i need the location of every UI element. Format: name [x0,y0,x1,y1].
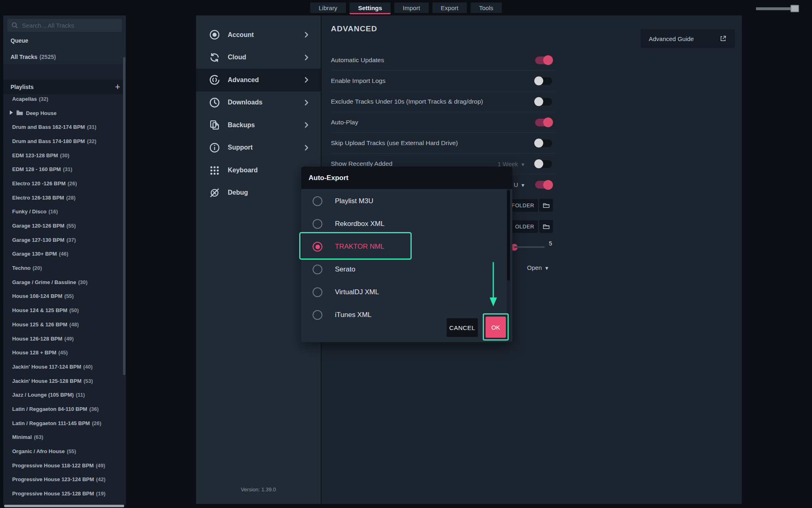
playlist-count: (30) [78,279,88,285]
playlist-item[interactable]: Progressive House 118-122 BPM(49) [3,458,126,473]
toggle-off[interactable] [535,77,552,85]
export-format-option[interactable]: VirtualDJ XML [301,281,512,304]
playlist-item[interactable]: Progressive House 125-128 BPM(19) [3,486,126,501]
playlist-name: House 124 & 125 BPM [12,307,67,313]
radio-button[interactable] [313,242,322,252]
zoom-slider-track[interactable] [756,7,796,10]
advanced-icon [208,74,220,86]
ok-button[interactable]: OK [486,317,506,338]
search-input[interactable] [22,22,118,29]
sidebar-vertical-scrollbar[interactable] [123,57,125,375]
settings-nav-label: Keyboard [228,167,310,174]
sidebar-item-queue[interactable]: Queue [3,33,126,49]
settings-nav-item-downloads[interactable]: Downloads [196,91,321,114]
radio-button[interactable] [313,265,322,274]
playlist-item[interactable]: House 125 & 126 BPM(48) [3,317,126,332]
toggle-off[interactable] [535,139,552,147]
external-link-icon [719,35,727,42]
playlist-item[interactable]: Techno(20) [3,261,126,275]
tab-tools[interactable]: Tools [471,2,502,13]
account-icon [208,29,220,41]
playlist-item[interactable]: Garage 127-130 BPM(37) [3,233,126,247]
radio-button[interactable] [313,287,322,297]
toggle-on[interactable] [535,119,552,126]
setting-dropdown[interactable]: U▼ [514,181,525,188]
cancel-button[interactable]: CANCEL [447,318,478,337]
sidebar: Queue All Tracks (2525) Playlists + Acap… [3,15,126,505]
setting-dropdown[interactable]: 1 Week▼ [498,161,525,167]
playlist-item[interactable]: Electro 120 -126 BPM(26) [3,176,126,191]
tab-export[interactable]: Export [432,2,467,13]
folder-browse-button-1[interactable] [539,199,553,212]
export-format-option[interactable]: iTunes XML [301,304,512,320]
export-format-option[interactable]: Rekordbox XML [301,213,512,235]
setting-row: Automatic Updates [331,50,556,71]
playlist-count: (19) [96,491,106,497]
playlist-item[interactable]: Drum and Bass 174-180 BPM(32) [3,134,126,148]
option-label: Serato [335,265,355,274]
playlist-item[interactable]: Funky / Disco(16) [3,205,126,219]
setting-label: Enable Import Logs [331,77,385,85]
playlist-item[interactable]: Latin / Reggaeton 84-110 BPM(36) [3,402,126,416]
playlist-item[interactable]: House 108-124 BPM(55) [3,289,126,304]
tab-import[interactable]: Import [394,2,429,13]
open-dropdown[interactable]: Open▼ [527,264,549,271]
add-playlist-button[interactable]: + [115,82,120,91]
playlist-count: (40) [83,364,93,370]
export-format-option[interactable]: Serato [301,258,512,281]
zoom-slider-handle[interactable] [790,5,799,12]
toggle-knob [534,97,543,106]
setting-slider-value: 5 [549,240,552,247]
setting-slider-track[interactable] [514,246,545,248]
playlist-item[interactable]: Organic / Afro House(55) [3,444,126,458]
toggle-on[interactable] [535,181,552,189]
settings-nav-item-cloud[interactable]: Cloud [196,46,321,69]
folder-browse-button-2[interactable] [539,220,553,233]
advanced-guide-button[interactable]: Advanced Guide [641,29,735,48]
playlist-item[interactable]: Electro 126-138 BPM(28) [3,191,126,205]
playlist-item[interactable]: Jackin' House 117-124 BPM(40) [3,360,126,374]
settings-nav-item-advanced[interactable]: Advanced [196,69,321,91]
playlist-folder[interactable]: Deep House [3,106,126,120]
radio-button[interactable] [313,219,322,229]
playlist-item[interactable]: House 128 + BPM(45) [3,345,126,360]
playlist-item[interactable]: EDM 123-128 BPM(30) [3,148,126,163]
playlist-name: House 128 + BPM [12,350,56,356]
playlist-item[interactable]: EDM 128 - 160 BPM(31) [3,162,126,176]
playlist-item[interactable]: House 124 & 125 BPM(50) [3,303,126,317]
export-format-option[interactable]: TRAKTOR NML [301,235,512,258]
playlist-item[interactable]: Latin / Reggaeton 111-145 BPM(26) [3,416,126,430]
playlist-item[interactable]: Garage / Grime / Bassline(30) [3,275,126,289]
playlist-item[interactable]: Minimal(63) [3,430,126,445]
tab-library[interactable]: Library [310,2,346,13]
playlist-item[interactable]: Progressive House 123-124 BPM(42) [3,473,126,487]
sidebar-item-all-tracks[interactable]: All Tracks (2525) [3,49,126,65]
open-dropdown-label: Open [527,264,542,271]
toggle-on[interactable] [535,56,552,64]
app-window: LibrarySettingsImportExportTools Queue A… [0,0,812,508]
tab-settings[interactable]: Settings [350,2,391,13]
playlist-item[interactable]: Garage 120-126 BPM(55) [3,219,126,233]
zoom-slider[interactable] [756,5,799,12]
radio-button[interactable] [313,196,322,206]
modal-scrollbar-thumb[interactable] [507,190,510,280]
auto-export-modal: Auto-Export Playlist M3URekordbox XMLTRA… [301,167,512,342]
radio-button[interactable] [313,310,322,320]
settings-nav-item-support[interactable]: Support [196,137,321,159]
playlist-item[interactable]: Drum and Bass 162-174 BPM(31) [3,120,126,134]
toggle-off[interactable] [535,160,552,168]
search-box[interactable] [7,19,122,32]
playlist-item[interactable]: House 126-128 BPM(49) [3,332,126,346]
settings-nav-item-backups[interactable]: Backups [196,114,321,137]
toggle-off[interactable] [535,98,552,106]
playlist-item[interactable]: Jazz / Lounge (105 BPM)(11) [3,388,126,402]
caret-right-icon[interactable] [9,110,13,116]
playlist-name: Latin / Reggaeton 84-110 BPM [12,406,87,412]
export-format-option[interactable]: Playlist M3U [301,190,512,213]
playlist-item[interactable]: Garage 130+ BPM(46) [3,247,126,261]
playlist-item[interactable]: Jackin' House 125-128 BPM(53) [3,374,126,388]
sidebar-horizontal-scrollbar[interactable] [4,505,124,507]
settings-nav-item-account[interactable]: Account [196,24,321,46]
playlist-item[interactable]: Acapellas(32) [3,92,126,106]
playlist-count: (26) [92,420,101,426]
